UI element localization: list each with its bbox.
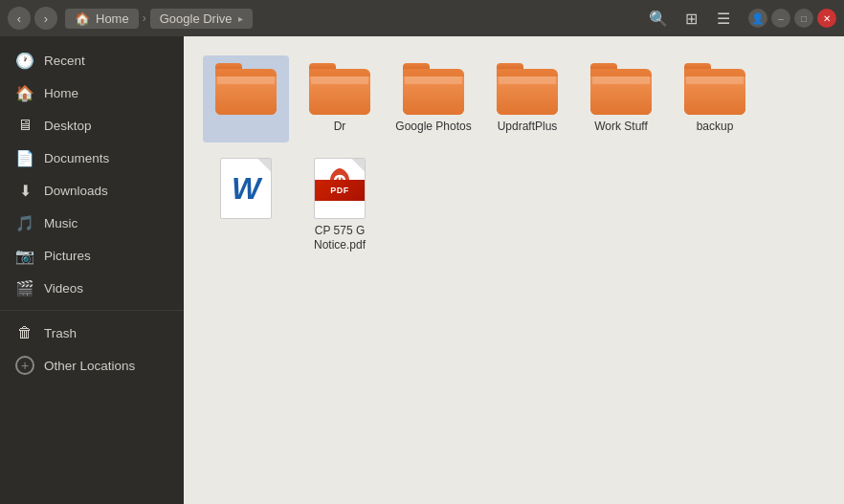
file-name: CP 575 G Notice.pdf bbox=[300, 224, 379, 253]
file-name: Dr bbox=[334, 120, 346, 135]
back-button[interactable]: ‹ bbox=[8, 7, 31, 30]
sidebar-label-downloads: Downloads bbox=[44, 184, 108, 198]
breadcrumb-home-label: Home bbox=[96, 11, 129, 26]
sidebar-label-documents: Documents bbox=[44, 151, 109, 165]
sidebar-item-home[interactable]: 🏠 Home bbox=[0, 77, 184, 109]
file-grid: Dr Google Photos bbox=[203, 55, 825, 261]
user-icon[interactable]: 👤 bbox=[748, 9, 767, 28]
folder-icon bbox=[590, 63, 652, 115]
sidebar-label-pictures: Pictures bbox=[44, 249, 91, 263]
folder-icon bbox=[497, 63, 558, 115]
sidebar-divider bbox=[0, 310, 184, 311]
videos-icon: 🎬 bbox=[15, 278, 34, 297]
search-button[interactable]: 🔍 bbox=[645, 5, 672, 32]
sidebar: 🕐 Recent 🏠 Home 🖥 Desktop 📄 Documents ⬇ … bbox=[0, 36, 184, 504]
sidebar-label-music: Music bbox=[44, 216, 78, 230]
sidebar-item-music[interactable]: 🎵 Music bbox=[0, 207, 184, 239]
sidebar-label-videos: Videos bbox=[44, 281, 83, 296]
folder-icon bbox=[215, 63, 277, 115]
sidebar-label-other-locations: Other Locations bbox=[44, 359, 135, 373]
list-item[interactable]: PDF CP 575 G Notice.pdf bbox=[297, 150, 383, 261]
titlebar: ‹ › 🏠 Home › Google Drive ▸ 🔍 ⊞ ☰ 👤 – □ … bbox=[0, 0, 844, 36]
file-area: Dr Google Photos bbox=[184, 36, 844, 504]
sidebar-item-pictures[interactable]: 📷 Pictures bbox=[0, 239, 184, 272]
sidebar-item-downloads[interactable]: ⬇ Downloads bbox=[0, 174, 184, 207]
breadcrumb: 🏠 Home › Google Drive ▸ bbox=[65, 9, 637, 29]
list-item[interactable]: backup bbox=[672, 55, 758, 142]
breadcrumb-home[interactable]: 🏠 Home bbox=[65, 9, 139, 29]
recent-icon: 🕐 bbox=[15, 51, 34, 70]
file-name: Google Photos bbox=[395, 120, 471, 135]
home-icon: 🏠 bbox=[75, 11, 90, 26]
desktop-icon: 🖥 bbox=[15, 116, 34, 135]
home-sidebar-icon: 🏠 bbox=[15, 83, 34, 102]
menu-button[interactable]: ☰ bbox=[710, 5, 737, 32]
file-name: UpdraftPlus bbox=[498, 120, 558, 135]
documents-icon: 📄 bbox=[15, 148, 34, 167]
forward-button[interactable]: › bbox=[34, 7, 57, 30]
sidebar-label-trash: Trash bbox=[44, 326, 77, 340]
list-item[interactable] bbox=[203, 55, 289, 142]
view-toggle-button[interactable]: ⊞ bbox=[677, 5, 704, 32]
breadcrumb-current[interactable]: Google Drive ▸ bbox=[150, 9, 253, 29]
sidebar-item-trash[interactable]: 🗑 Trash bbox=[0, 317, 184, 349]
titlebar-actions: 🔍 ⊞ ☰ 👤 – □ ✕ bbox=[645, 5, 836, 32]
minimize-button[interactable]: – bbox=[771, 9, 790, 28]
pictures-icon: 📷 bbox=[15, 246, 34, 265]
maximize-button[interactable]: □ bbox=[794, 9, 813, 28]
sidebar-label-home: Home bbox=[44, 86, 78, 100]
list-item[interactable]: Dr bbox=[297, 55, 383, 142]
sidebar-item-desktop[interactable]: 🖥 Desktop bbox=[0, 109, 184, 142]
pdf-label: PDF bbox=[315, 180, 365, 201]
word-w-letter: W bbox=[232, 170, 260, 206]
sidebar-item-videos[interactable]: 🎬 Videos bbox=[0, 272, 184, 304]
breadcrumb-current-label: Google Drive bbox=[160, 11, 233, 26]
word-file-icon: W bbox=[220, 158, 272, 219]
close-button[interactable]: ✕ bbox=[817, 9, 836, 28]
folder-icon bbox=[684, 63, 745, 115]
list-item[interactable]: W bbox=[203, 150, 289, 261]
trash-icon: 🗑 bbox=[15, 323, 34, 342]
file-name: Work Stuff bbox=[594, 120, 648, 135]
sidebar-item-documents[interactable]: 📄 Documents bbox=[0, 142, 184, 174]
window-controls: 👤 – □ ✕ bbox=[748, 9, 836, 28]
main-area: 🕐 Recent 🏠 Home 🖥 Desktop 📄 Documents ⬇ … bbox=[0, 36, 844, 504]
nav-buttons: ‹ › bbox=[8, 7, 57, 30]
sidebar-label-desktop: Desktop bbox=[44, 119, 92, 133]
folder-icon bbox=[309, 63, 370, 115]
sidebar-item-other-locations[interactable]: + Other Locations bbox=[0, 349, 184, 382]
sidebar-label-recent: Recent bbox=[44, 54, 85, 68]
music-icon: 🎵 bbox=[15, 213, 34, 232]
sidebar-item-recent[interactable]: 🕐 Recent bbox=[0, 44, 184, 77]
folder-icon bbox=[403, 63, 464, 115]
file-name: backup bbox=[697, 120, 734, 135]
downloads-icon: ⬇ bbox=[15, 181, 34, 200]
breadcrumb-separator: › bbox=[143, 11, 146, 25]
pdf-file-icon: PDF bbox=[314, 158, 366, 219]
add-location-icon: + bbox=[15, 356, 34, 375]
chevron-down-icon: ▸ bbox=[238, 13, 243, 24]
list-item[interactable]: UpdraftPlus bbox=[484, 55, 570, 142]
list-item[interactable]: Work Stuff bbox=[578, 55, 664, 142]
list-item[interactable]: Google Photos bbox=[390, 55, 477, 142]
